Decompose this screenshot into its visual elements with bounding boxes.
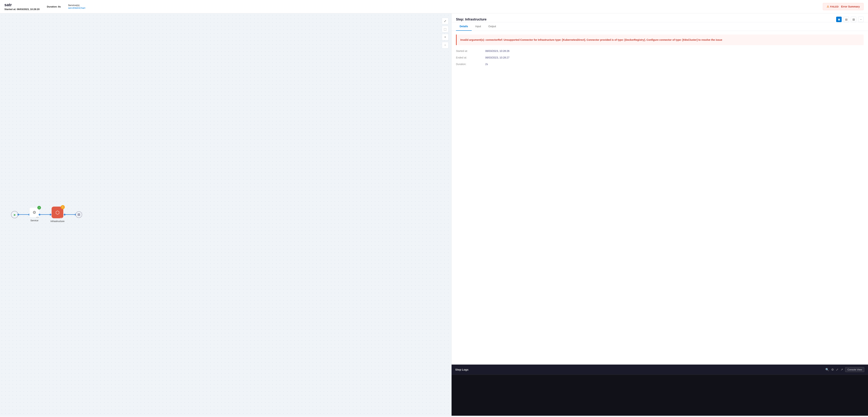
error-box: Invalid argument(s): connectorRef: Unsup… [456, 35, 864, 45]
started-at-label: Started at: [456, 49, 485, 53]
panel-header: Step: Infrastructure ▣ ▤ ▨ − [452, 13, 868, 22]
zoom-in-button[interactable]: + [442, 34, 448, 40]
panel-view1-button[interactable]: ▣ [836, 16, 842, 22]
logs-expand-icon[interactable]: ⤢ [836, 368, 838, 371]
app-name: satr [4, 3, 39, 7]
duration-label: Duration: [456, 63, 485, 66]
step-logs: Step Logs 🔍 ⚙ ⤢ ↗ Console View [452, 364, 868, 416]
end-node-inner [78, 213, 80, 216]
logs-search-icon[interactable]: 🔍 [825, 368, 829, 371]
failed-label: FAILED [830, 5, 839, 8]
error-summary-link[interactable]: Error Summary [841, 5, 860, 8]
started-value: 06/03/2023, 10:28:20 [17, 8, 39, 10]
failed-badge: ⚠ FAILED [827, 5, 839, 8]
header-left: satr Started at: 06/03/2023, 10:28:20 [4, 3, 39, 10]
details-grid: Started at: 06/03/2023, 10:28:26 Ended a… [456, 49, 864, 66]
panel-close-button[interactable]: − [858, 16, 864, 22]
service-node: ⚙ ✓ </> Service [29, 207, 39, 222]
services-block: Service(s) serv3HelmChart [68, 4, 85, 9]
console-view-button[interactable]: Console View [845, 367, 864, 372]
header: satr Started at: 06/03/2023, 10:28:20 Du… [0, 0, 868, 13]
end-node-circle[interactable] [75, 211, 82, 218]
started-at-value: 06/03/2023, 10:28:26 [485, 49, 864, 53]
service-label: Service [30, 219, 38, 222]
ended-at-label: Ended at: [456, 56, 485, 59]
connector-1 [18, 214, 29, 215]
start-node: ▶ [11, 211, 18, 218]
play-icon: ▶ [14, 213, 16, 216]
expand-canvas-button[interactable]: ⤢ [442, 18, 448, 24]
panel-body: Invalid argument(s): connectorRef: Unsup… [452, 31, 868, 364]
tab-input[interactable]: Input [472, 22, 485, 31]
panel-view2-button[interactable]: ▤ [843, 16, 849, 22]
started-label: Started at: [4, 8, 16, 10]
service-node-wrapper: ⚙ ✓ </> [29, 207, 39, 218]
pipeline-diagram: ▶ ⚙ ✓ </> Service ⬡ ! [11, 207, 82, 222]
duration-value: 8s [58, 5, 61, 8]
canvas-toolbar: ⤢ ⬚ + − [442, 18, 448, 48]
step-logs-actions: 🔍 ⚙ ⤢ ↗ Console View [825, 367, 864, 372]
duration-label: Duration: [47, 5, 58, 8]
start-node-circle[interactable]: ▶ [11, 211, 18, 218]
tab-output[interactable]: Output [485, 22, 500, 31]
tab-details[interactable]: Details [456, 22, 472, 31]
infra-code-badge: </> [60, 217, 63, 219]
end-node [75, 211, 82, 218]
services-value: serv3HelmChart [68, 7, 85, 9]
pipeline-canvas: ⤢ ⬚ + − ▶ ⚙ ✓ </> Service [0, 13, 452, 416]
step-logs-title: Step Logs [455, 368, 469, 371]
infra-label: Infrastructure [51, 220, 65, 222]
panel-actions: ▣ ▤ ▨ − [836, 16, 864, 22]
panel-title: Step: Infrastructure [456, 18, 487, 22]
warning-icon: ⚠ [827, 5, 829, 8]
logs-external-icon[interactable]: ↗ [841, 368, 843, 371]
step-logs-header: Step Logs 🔍 ⚙ ⤢ ↗ Console View [452, 364, 868, 375]
error-badge: ! [61, 205, 65, 209]
success-badge: ✓ [37, 206, 41, 210]
infrastructure-node: ⬡ ! </> Infrastructure [51, 207, 65, 222]
dashed-canvas-button[interactable]: ⬚ [442, 26, 448, 32]
started-at: Started at: 06/03/2023, 10:28:20 [4, 8, 39, 10]
duration-block: Duration: 8s [47, 5, 61, 8]
duration-value: 2s [485, 63, 864, 66]
logs-settings-icon[interactable]: ⚙ [831, 368, 834, 371]
code-badge: </> [36, 216, 39, 218]
infra-node-wrapper: ⬡ ! </> [52, 207, 63, 218]
failed-area: ⚠ FAILED Error Summary [823, 3, 864, 10]
zoom-out-button[interactable]: − [442, 42, 448, 48]
main: ⤢ ⬚ + − ▶ ⚙ ✓ </> Service [0, 13, 868, 416]
ended-at-value: 06/03/2023, 10:28:27 [485, 56, 864, 59]
infra-node-box[interactable]: ⬡ ! [52, 207, 63, 218]
step-logs-body [452, 375, 868, 416]
right-panel: Step: Infrastructure ▣ ▤ ▨ − Details Inp… [452, 13, 868, 416]
connector-3 [65, 214, 75, 215]
connector-2 [39, 214, 51, 215]
services-label: Service(s) [68, 4, 85, 7]
error-message: Invalid argument(s): connectorRef: Unsup… [460, 38, 860, 42]
panel-view3-button[interactable]: ▨ [851, 16, 856, 22]
panel-tabs: Details Input Output [452, 22, 868, 31]
